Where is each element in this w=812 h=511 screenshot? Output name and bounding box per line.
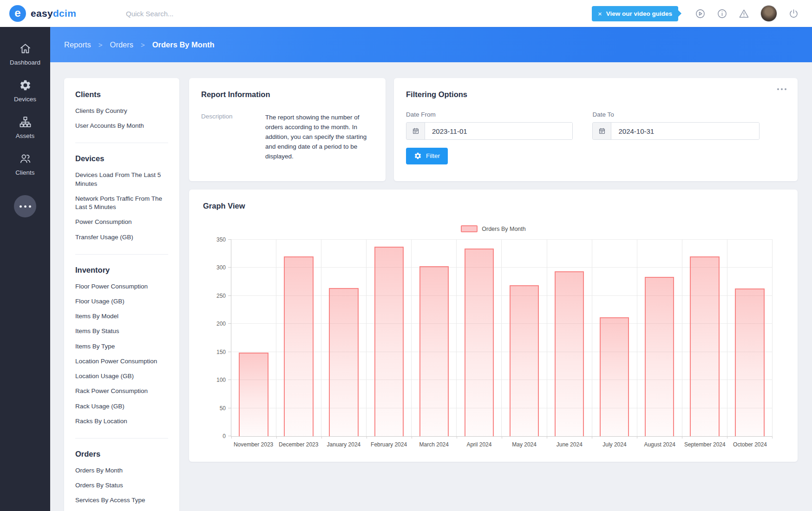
power-icon <box>788 8 799 19</box>
bar-july-2024[interactable] <box>600 317 629 436</box>
nav-item-location-power-consumption[interactable]: Location Power Consumption <box>75 354 168 369</box>
nav-item-items-by-model[interactable]: Items By Model <box>75 309 168 324</box>
sidebar-item-assets[interactable]: Assets <box>0 110 50 146</box>
x-tick <box>592 436 637 439</box>
easydcim-logo-icon: e <box>9 5 26 22</box>
nav-item-transfer-usage-gb-[interactable]: Transfer Usage (GB) <box>75 230 168 245</box>
nav-item-orders-by-status[interactable]: Orders By Status <box>75 478 168 493</box>
card-options-button[interactable] <box>777 88 786 90</box>
calendar-icon[interactable] <box>593 123 611 139</box>
bar-september-2024[interactable] <box>690 256 719 436</box>
x-tick <box>322 436 367 439</box>
gear-icon <box>2 79 48 92</box>
chart-plot-area: 050100150200250300350 <box>231 240 773 437</box>
home-icon <box>2 42 48 55</box>
filtering-options-title: Filtering Options <box>406 90 786 99</box>
alerts-button[interactable] <box>739 8 749 19</box>
sidebar-item-devices[interactable]: Devices <box>0 73 50 110</box>
y-axis-label: 100 <box>216 377 226 383</box>
user-avatar[interactable] <box>760 5 777 22</box>
x-axis-labels: November 2023December 2023January 2024Fe… <box>231 441 773 448</box>
x-axis-label: August 2024 <box>637 441 682 448</box>
chart-category <box>547 240 592 436</box>
nav-item-devices-load-from-the-last-5-minutes[interactable]: Devices Load From The Last 5 Minutes <box>75 168 168 191</box>
chevron-right-icon: > <box>98 41 103 49</box>
bar-april-2024[interactable] <box>465 249 494 436</box>
date-from-field: Date From <box>406 111 573 140</box>
close-icon[interactable]: × <box>598 10 602 18</box>
x-tick <box>547 436 592 439</box>
date-to-label: Date To <box>592 111 759 118</box>
chevron-right-icon: > <box>141 41 145 49</box>
bar-january-2024[interactable] <box>329 288 358 436</box>
nav-item-user-accounts-by-month[interactable]: User Accounts By Month <box>75 118 168 133</box>
ellipsis-icon <box>20 205 31 208</box>
nav-item-clients-by-country[interactable]: Clients By Country <box>75 104 168 118</box>
video-tutorials-button[interactable] <box>695 8 706 19</box>
bar-august-2024[interactable] <box>645 277 674 436</box>
search-input[interactable] <box>126 10 293 18</box>
x-axis-label: January 2024 <box>321 441 366 448</box>
filter-button[interactable]: Filter <box>406 148 448 164</box>
nav-item-network-ports-traffic-from-the-last-5-minutes[interactable]: Network Ports Traffic From The Last 5 Mi… <box>75 191 168 215</box>
reports-nav: ClientsClients By CountryUser Accounts B… <box>64 78 179 511</box>
date-to-field: Date To <box>592 111 759 140</box>
nav-item-location-usage-gb-[interactable]: Location Usage (GB) <box>75 369 168 384</box>
x-axis-label: June 2024 <box>547 441 592 448</box>
chart-category <box>727 240 773 436</box>
x-axis-label: May 2024 <box>502 441 547 448</box>
nav-item-items-by-status[interactable]: Items By Status <box>75 324 168 339</box>
easydcim-wordmark: easydcim <box>31 8 76 19</box>
chart-category <box>637 240 682 436</box>
chart-category <box>412 240 457 436</box>
breadcrumb-reports[interactable]: Reports <box>64 40 91 49</box>
quick-search <box>119 10 592 18</box>
nav-item-power-consumption[interactable]: Power Consumption <box>75 215 168 229</box>
x-axis-label: October 2024 <box>727 441 773 448</box>
chart-category <box>502 240 547 436</box>
users-icon <box>2 152 48 165</box>
nav-item-items-by-type[interactable]: Items By Type <box>75 339 168 354</box>
bar-june-2024[interactable] <box>555 271 584 436</box>
y-axis-label: 250 <box>216 293 226 299</box>
legend-swatch <box>461 225 478 232</box>
nav-item-floor-power-consumption[interactable]: Floor Power Consumption <box>75 279 168 294</box>
x-axis-label: December 2023 <box>276 441 321 448</box>
graph-view-card: Graph View Orders By Month 0501001502002… <box>189 190 798 462</box>
bar-december-2023[interactable] <box>284 256 313 436</box>
nav-section-title: Orders <box>75 450 168 459</box>
bar-november-2023[interactable] <box>239 353 268 436</box>
nav-section-title: Inventory <box>75 266 168 275</box>
x-tick <box>412 436 457 439</box>
nav-item-rack-usage-gb-[interactable]: Rack Usage (GB) <box>75 399 168 414</box>
divider <box>75 143 168 143</box>
bar-march-2024[interactable] <box>419 266 449 436</box>
sidebar-item-dashboard[interactable]: Dashboard <box>0 36 50 73</box>
bar-may-2024[interactable] <box>510 285 539 436</box>
date-from-input[interactable] <box>425 123 572 139</box>
sidebar-more-button[interactable] <box>14 195 36 217</box>
nav-item-floor-usage-gb-[interactable]: Floor Usage (GB) <box>75 294 168 309</box>
topbar-actions: × View our video guides <box>592 5 799 22</box>
sidebar-item-clients[interactable]: Clients <box>0 146 50 183</box>
y-axis-label: 0 <box>223 433 226 439</box>
bar-february-2024[interactable] <box>374 247 404 436</box>
breadcrumb-orders[interactable]: Orders <box>110 40 133 49</box>
divider <box>75 438 168 439</box>
ellipsis-icon <box>777 88 786 90</box>
x-axis-label: April 2024 <box>457 441 502 448</box>
video-guides-badge[interactable]: × View our video guides <box>592 6 678 21</box>
chart-legend[interactable]: Orders By Month <box>203 225 784 232</box>
x-tick <box>637 436 682 439</box>
bar-october-2024[interactable] <box>735 288 764 436</box>
nav-item-rack-power-consumption[interactable]: Rack Power Consumption <box>75 384 168 399</box>
easydcim-logo[interactable]: e easydcim <box>9 5 92 22</box>
calendar-icon[interactable] <box>406 123 425 139</box>
info-button[interactable] <box>717 8 727 19</box>
nav-item-racks-by-location[interactable]: Racks By Location <box>75 414 168 429</box>
logout-button[interactable] <box>788 8 799 19</box>
date-to-input[interactable] <box>611 123 759 139</box>
x-tick <box>231 436 277 439</box>
nav-item-services-by-access-type[interactable]: Services By Access Type <box>75 493 168 508</box>
nav-item-orders-by-month[interactable]: Orders By Month <box>75 463 168 478</box>
